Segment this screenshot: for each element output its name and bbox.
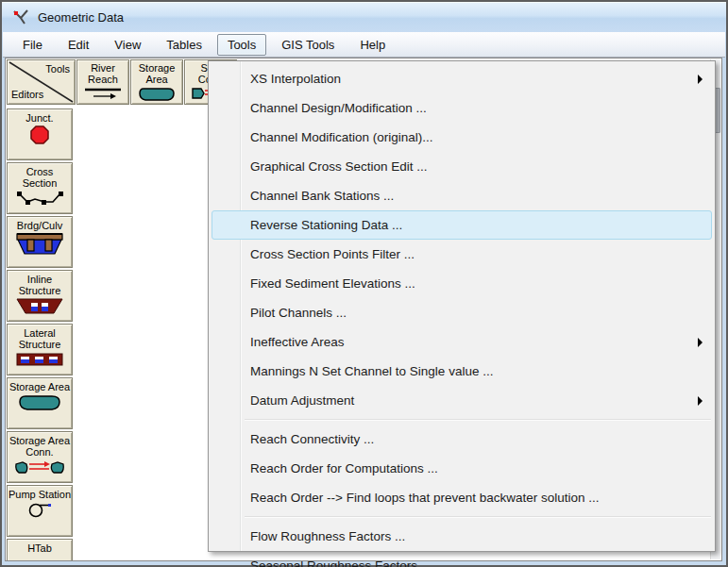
menu-item-label: Pilot Channels ...: [250, 306, 347, 320]
menubar-item-tools[interactable]: Tools: [217, 34, 266, 56]
tools-editors-button[interactable]: Tools Editors: [7, 59, 76, 105]
junction-node-icon: [29, 125, 50, 145]
menu-item-label: Reach Connectivity ...: [250, 432, 374, 446]
menu-item-label: Graphical Cross Section Edit ...: [250, 159, 428, 174]
storage-area-blob-icon: [17, 393, 62, 412]
menu-item-label: Datum Adjustment: [250, 393, 354, 408]
menu-item-label: Ineffective Areas: [250, 335, 345, 349]
menu-item-label: Channel Design/Modification ...: [250, 101, 427, 115]
menubar-item-help[interactable]: Help: [349, 34, 396, 56]
storage-area-blob-icon: [136, 86, 178, 103]
pump-station-label: Pump Station: [8, 489, 71, 500]
storage-area-connection-icon: [13, 459, 66, 477]
bridge-culvert-icon: [15, 232, 64, 257]
menubar-item-file[interactable]: File: [12, 34, 53, 56]
sidebar-button-pump-station[interactable]: Pump Station: [7, 485, 73, 537]
storage-area-toolbar-button[interactable]: Storage Area: [130, 59, 183, 105]
menu-item-label: XS Interpolation: [250, 72, 341, 86]
menu-item-mannings-n-set-channel[interactable]: Mannings N Set Channel to Single value .…: [212, 357, 712, 386]
sidebar-button-inline-structure[interactable]: Inline Structure: [7, 270, 73, 322]
menu-item-label: Cross Section Points Filter ...: [250, 247, 415, 261]
inline-structure-icon: [15, 297, 64, 316]
inline-structure-label: Inline Structure: [8, 274, 72, 296]
title-bar[interactable]: Geometric Data: [2, 2, 726, 32]
menu-item-reverse-stationing-data[interactable]: Reverse Stationing Data ...: [212, 210, 712, 240]
toolbar-label-editors: Editors: [11, 89, 43, 100]
submenu-arrow-icon: [698, 396, 703, 406]
toolbar-label-tools: Tools: [45, 63, 70, 75]
menu-item-xs-interpolation[interactable]: XS Interpolation: [212, 64, 712, 93]
bridge-culvert-label: Brdg/Culv: [17, 220, 62, 231]
window-title: Geometric Data: [38, 10, 124, 25]
menu-item-reach-connectivity[interactable]: Reach Connectivity ...: [212, 425, 712, 454]
menu-item-cross-section-points-filter[interactable]: Cross Section Points Filter ...: [212, 240, 712, 269]
editor-sidebar: Junct. Cross Section Brdg/Culv: [7, 108, 76, 560]
sidebar-button-htab[interactable]: HTab: [7, 539, 73, 560]
app-icon: [11, 8, 30, 26]
sidebar-button-lateral-structure[interactable]: Lateral Structure: [7, 324, 73, 375]
menu-item-label: Fixed Sediment Elevations ...: [250, 276, 415, 291]
tools-dropdown-menu: XS Interpolation Channel Design/Modifica…: [208, 60, 716, 552]
menu-item-channel-modification-original[interactable]: Channel Modification (original)...: [212, 123, 712, 152]
sidebar-button-cross-section[interactable]: Cross Section: [7, 162, 73, 214]
menu-item-channel-bank-stations[interactable]: Channel Bank Stations ...: [212, 181, 712, 210]
junction-label: Junct.: [25, 112, 53, 124]
submenu-arrow-icon: [698, 75, 703, 84]
cross-section-profile-icon: [16, 190, 63, 207]
menu-item-label: Flow Roughness Factors ...: [250, 529, 405, 543]
menu-item-seasonal-roughness-factors[interactable]: Seasonal Roughness Factors ...: [212, 551, 712, 567]
pump-icon: [25, 501, 54, 518]
menubar-item-edit[interactable]: Edit: [58, 34, 99, 56]
menu-item-label: Mannings N Set Channel to Single value .…: [250, 364, 493, 378]
menu-item-label: Channel Modification (original)...: [250, 130, 433, 144]
menu-item-label: Reach Order --> Find loops that prevent …: [250, 491, 600, 505]
river-reach-arrow-icon: [82, 86, 124, 101]
menubar-item-view[interactable]: View: [104, 34, 151, 56]
lateral-structure-label: Lateral Structure: [8, 327, 72, 350]
menu-item-label: Channel Bank Stations ...: [250, 189, 394, 203]
river-reach-label: River Reach: [77, 60, 128, 85]
menu-item-datum-adjustment[interactable]: Datum Adjustment: [212, 386, 712, 415]
sidebar-button-bridge-culvert[interactable]: Brdg/Culv: [7, 216, 73, 268]
menu-item-reach-order-for-computations[interactable]: Reach Order for Computations ...: [212, 454, 712, 483]
menu-item-pilot-channels[interactable]: Pilot Channels ...: [212, 298, 712, 327]
storage-area-toolbar-label: Storage Area: [131, 60, 182, 85]
river-reach-button[interactable]: River Reach: [76, 59, 129, 105]
storage-area-conn-label: Storage Area Conn.: [8, 435, 72, 458]
menu-item-label: Reverse Stationing Data ...: [250, 218, 402, 232]
sidebar-button-storage-area-conn[interactable]: Storage Area Conn.: [7, 431, 73, 483]
htab-label: HTab: [27, 542, 52, 554]
geometric-data-window: Geometric Data File Edit View Tables Too…: [0, 0, 728, 567]
toolbar: Tools Editors River Reach Storage Area S…: [7, 59, 238, 107]
menu-item-channel-design-modification[interactable]: Channel Design/Modification ...: [212, 93, 712, 123]
sidebar-button-storage-area[interactable]: Storage Area: [7, 377, 73, 429]
menu-item-reach-order-find-loops[interactable]: Reach Order --> Find loops that prevent …: [212, 483, 712, 512]
storage-area-label: Storage Area: [9, 381, 70, 392]
menu-item-ineffective-areas[interactable]: Ineffective Areas: [212, 327, 712, 357]
menu-item-label: Seasonal Roughness Factors ...: [250, 559, 432, 567]
menu-item-flow-roughness-factors[interactable]: Flow Roughness Factors ...: [212, 522, 712, 551]
menu-item-graphical-cross-section-edit[interactable]: Graphical Cross Section Edit ...: [212, 152, 712, 181]
menu-bar: File Edit View Tables Tools GIS Tools He…: [3, 32, 725, 58]
menubar-item-tables[interactable]: Tables: [156, 34, 212, 56]
menu-separator: [245, 516, 711, 518]
menu-item-fixed-sediment-elevations[interactable]: Fixed Sediment Elevations ...: [212, 269, 712, 298]
lateral-structure-icon: [15, 351, 64, 368]
menu-separator: [245, 419, 711, 421]
sidebar-button-junction[interactable]: Junct.: [7, 108, 73, 160]
menu-item-label: Reach Order for Computations ...: [250, 461, 438, 475]
menubar-item-gis-tools[interactable]: GIS Tools: [271, 34, 345, 56]
cross-section-label: Cross Section: [8, 166, 72, 189]
submenu-arrow-icon: [698, 338, 703, 347]
